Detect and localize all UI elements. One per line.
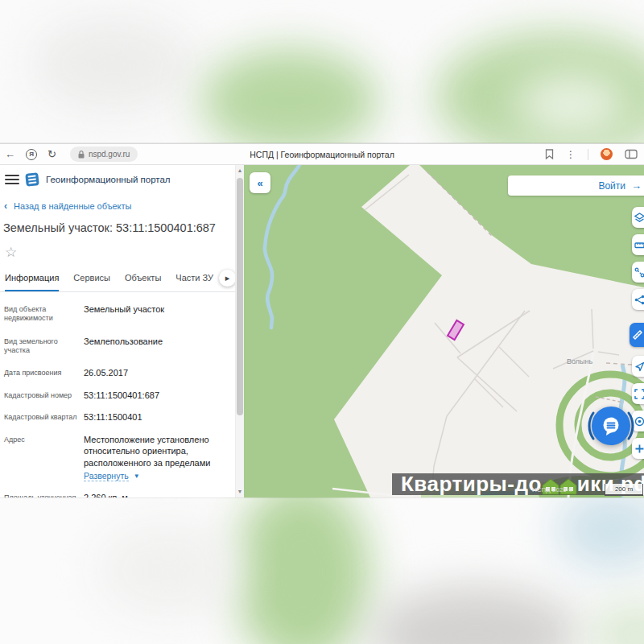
- field-row: Вид объекта недвижимости Земельный участ…: [4, 303, 233, 324]
- blur-background-bottom: [0, 497, 644, 644]
- field-label: Вид объекта недвижимости: [4, 303, 78, 324]
- lock-icon: [78, 151, 85, 159]
- expand-address-link[interactable]: Развернуть ▼: [84, 471, 233, 481]
- chat-button[interactable]: [592, 407, 630, 445]
- tab-obekty[interactable]: Объекты: [125, 273, 161, 291]
- bookmark-icon[interactable]: [545, 149, 554, 159]
- measure-icon: [632, 329, 643, 341]
- panel-tabs: Информация Сервисы Объекты Части ЗУ Сост: [0, 273, 235, 292]
- arrow-right-icon: →: [631, 180, 642, 192]
- back-link-label: Назад в найденные объекты: [14, 201, 132, 211]
- locate-button[interactable]: [632, 356, 644, 377]
- share-button[interactable]: [632, 289, 644, 310]
- watermark-part1: Квартиры-до: [401, 473, 542, 495]
- field-value: 26.05.2017: [84, 367, 227, 379]
- field-row: Кадастровый номер 53:11:1500401:687: [4, 390, 233, 402]
- panel-header: Геоинформационный портал: [0, 172, 171, 187]
- map-attribution: НСПД 2025 ©: [532, 486, 573, 493]
- field-value: Земельный участок: [84, 303, 227, 324]
- star-favorite-icon[interactable]: ☆: [5, 244, 17, 261]
- map-canvas[interactable]: Волынь « Войти →: [244, 165, 644, 497]
- menu-dots-icon[interactable]: ⋮: [566, 150, 576, 159]
- field-value: 53:11:1500401: [84, 411, 227, 423]
- field-label: Кадастровый квартал: [4, 411, 78, 423]
- share-icon: [634, 295, 644, 305]
- ruler-button[interactable]: [632, 234, 644, 255]
- chat-icon: [601, 415, 621, 436]
- field-label: Площадь уточненная: [4, 492, 78, 497]
- field-label: Адрес: [4, 434, 78, 482]
- field-row-address: Адрес Местоположение установлено относит…: [4, 434, 233, 482]
- field-value: 53:11:1500401:687: [84, 390, 227, 402]
- app-title: Геоинформационный портал: [46, 175, 171, 184]
- screenshot-stage: { "browser": { "url": "nspd.gov.ru", "ta…: [0, 0, 644, 644]
- route-button[interactable]: [632, 262, 644, 283]
- field-label: Дата присвоения: [4, 367, 78, 379]
- profile-avatar[interactable]: [601, 148, 613, 160]
- field-value: Местоположение установлено относительно …: [84, 434, 227, 469]
- login-label: Войти: [598, 180, 625, 192]
- place-label: Волынь: [567, 357, 593, 365]
- chevron-left-icon: ‹: [4, 200, 7, 212]
- route-icon: [634, 267, 644, 278]
- yandex-icon[interactable]: Я: [26, 149, 37, 160]
- cursor-icon: [634, 361, 644, 372]
- ruler-icon: [634, 240, 644, 250]
- field-row: Дата присвоения 26.05.2017: [4, 367, 233, 379]
- field-value: 2 260 кв. м: [84, 492, 227, 497]
- frame-icon: [634, 389, 644, 399]
- scroll-down-icon[interactable]: ▼: [236, 487, 244, 497]
- expand-label: Развернуть: [84, 471, 129, 481]
- measure-tool-button-active[interactable]: [630, 323, 644, 347]
- field-label: Кадастровый номер: [4, 390, 78, 402]
- blur-background-top: [0, 0, 644, 143]
- field-row: Вид земельного участка Землепользование: [4, 336, 233, 356]
- back-to-results-link[interactable]: ‹ Назад в найденные объекты: [4, 200, 132, 212]
- app-logo-icon[interactable]: [25, 172, 39, 187]
- field-row: Площадь уточненная 2 260 кв. м: [4, 492, 233, 497]
- fields-list: Вид объекта недвижимости Земельный участ…: [4, 303, 233, 497]
- address-bar[interactable]: nspd.gov.ru: [70, 147, 138, 162]
- field-label: Вид земельного участка: [4, 336, 78, 356]
- layers-button[interactable]: [632, 207, 644, 228]
- map-scalebar: 200 m: [605, 484, 643, 496]
- scroll-up-icon[interactable]: ▲: [236, 166, 244, 175]
- login-button[interactable]: Войти →: [508, 175, 644, 196]
- tab-servisy[interactable]: Сервисы: [73, 273, 110, 291]
- tabs-panel-icon[interactable]: [625, 149, 638, 159]
- parcel-title: Земельный участок: 53:11:1500401:687: [3, 221, 233, 234]
- browser-toolbar: ← Я ↻ nspd.gov.ru НСПД | Геоинформационн…: [0, 143, 644, 165]
- collapse-panel-button[interactable]: «: [250, 172, 270, 193]
- object-info-panel: Геоинформационный портал ‹ Назад в найде…: [0, 165, 235, 497]
- tab-informatsiya[interactable]: Информация: [5, 273, 59, 291]
- browser-window: ← Я ↻ nspd.gov.ru НСПД | Геоинформационн…: [0, 143, 644, 497]
- map-render: Волынь: [244, 165, 644, 497]
- toolbar-divider: [588, 149, 588, 160]
- layers-icon: [634, 213, 644, 223]
- scrollbar-thumb[interactable]: [237, 178, 243, 415]
- chat-fab-wrap: [585, 400, 637, 452]
- panel-scrollbar[interactable]: ▲ ▼: [235, 165, 244, 497]
- chevron-down-icon: ▼: [134, 473, 140, 480]
- back-icon[interactable]: ←: [5, 149, 15, 159]
- field-value: Землепользование: [84, 336, 227, 356]
- hamburger-menu-icon[interactable]: [5, 172, 19, 187]
- refresh-icon[interactable]: ↻: [47, 149, 56, 159]
- tab-scroll-right-icon[interactable]: ▸: [219, 270, 235, 287]
- field-row: Кадастровый квартал 53:11:1500401: [4, 411, 233, 423]
- url-text: nspd.gov.ru: [89, 150, 130, 159]
- tab-chasti-zu[interactable]: Части ЗУ: [175, 273, 213, 291]
